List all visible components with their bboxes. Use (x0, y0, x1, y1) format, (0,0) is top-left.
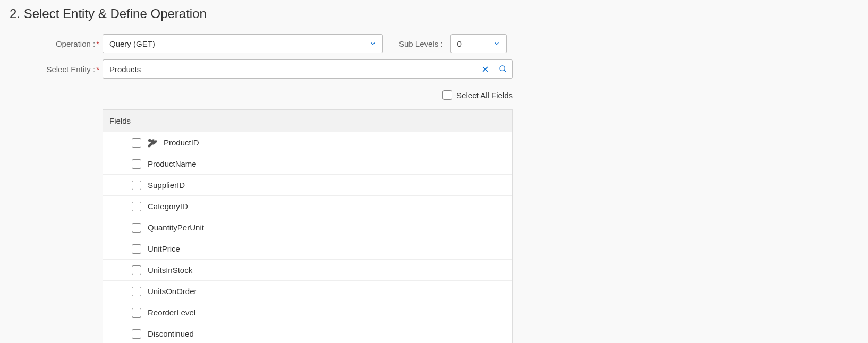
field-checkbox[interactable] (132, 181, 141, 190)
field-name: SupplierID (148, 181, 185, 190)
field-checkbox[interactable] (132, 329, 141, 339)
field-checkbox[interactable] (132, 159, 141, 169)
entity-label: Select Entity :* (10, 65, 103, 74)
field-checkbox[interactable] (132, 265, 141, 275)
field-name: ProductID (164, 138, 199, 147)
field-checkbox[interactable] (132, 223, 141, 233)
chevron-down-icon[interactable] (487, 35, 506, 53)
field-row: UnitsInStock (103, 260, 512, 281)
field-name: UnitsOnOrder (148, 287, 197, 296)
entity-input-wrap (103, 59, 513, 79)
field-row: Discontinued (103, 323, 512, 343)
field-name: CategoryID (148, 202, 188, 211)
sublevels-select[interactable]: 0 (450, 34, 507, 53)
select-all-label: Select All Fields (456, 91, 513, 100)
select-all-checkbox[interactable] (442, 90, 452, 100)
entity-operation-panel: 2. Select Entity & Define Operation Oper… (0, 0, 868, 343)
operation-row: Operation :* Query (GET) Sub Levels : 0 (10, 34, 858, 53)
required-star-icon: * (96, 65, 99, 74)
form-area: Operation :* Query (GET) Sub Levels : 0 (10, 34, 858, 79)
field-row: ProductName (103, 153, 512, 175)
field-checkbox[interactable] (132, 202, 141, 211)
fields-table: Fields ProductIDProductNameSupplierIDCat… (103, 109, 513, 343)
sublevels-label: Sub Levels : (399, 39, 443, 48)
field-row: ReorderLevel (103, 302, 512, 323)
field-row: QuantityPerUnit (103, 217, 512, 238)
section-title: 2. Select Entity & Define Operation (10, 6, 858, 21)
field-name: Discontinued (148, 329, 194, 338)
field-checkbox[interactable] (132, 244, 141, 254)
field-checkbox[interactable] (132, 287, 141, 296)
chevron-down-icon[interactable] (363, 35, 382, 53)
key-icon (148, 138, 157, 148)
fields-header: Fields (103, 110, 512, 132)
field-checkbox[interactable] (132, 308, 141, 318)
field-name: UnitsInStock (148, 265, 192, 275)
search-icon[interactable] (494, 60, 512, 78)
operation-select[interactable]: Query (GET) (103, 34, 383, 53)
field-name: UnitPrice (148, 244, 180, 253)
field-row: SupplierID (103, 175, 512, 196)
field-name: QuantityPerUnit (148, 223, 204, 232)
field-checkbox[interactable] (132, 138, 141, 148)
field-name: ProductName (148, 159, 197, 168)
select-all-row: Select All Fields (103, 90, 513, 100)
field-row: UnitPrice (103, 238, 512, 260)
required-star-icon: * (96, 39, 99, 48)
operation-label: Operation :* (10, 39, 103, 48)
entity-row: Select Entity :* (10, 59, 858, 79)
operation-select-value[interactable]: Query (GET) (103, 34, 383, 53)
entity-input[interactable] (103, 59, 513, 79)
field-row: CategoryID (103, 196, 512, 217)
field-name: ReorderLevel (148, 308, 195, 317)
svg-line-3 (504, 70, 506, 72)
svg-point-2 (500, 66, 505, 71)
clear-icon[interactable] (476, 60, 494, 78)
field-row: ProductID (103, 132, 512, 153)
field-row: UnitsOnOrder (103, 281, 512, 302)
